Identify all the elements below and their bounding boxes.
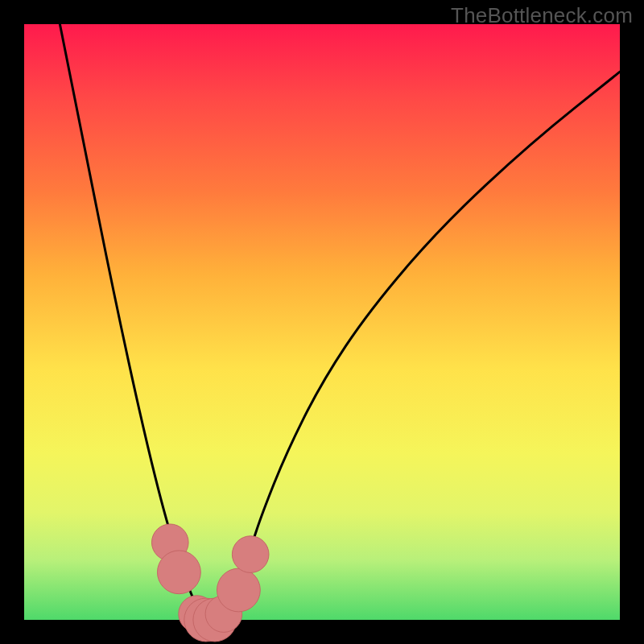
curve-layer xyxy=(24,24,620,620)
bottleneck-curve xyxy=(60,24,620,620)
curve-marker xyxy=(232,536,269,573)
curve-marker xyxy=(217,568,261,612)
curve-marker xyxy=(158,551,201,594)
chart-frame: TheBottleneck.com xyxy=(0,0,644,644)
